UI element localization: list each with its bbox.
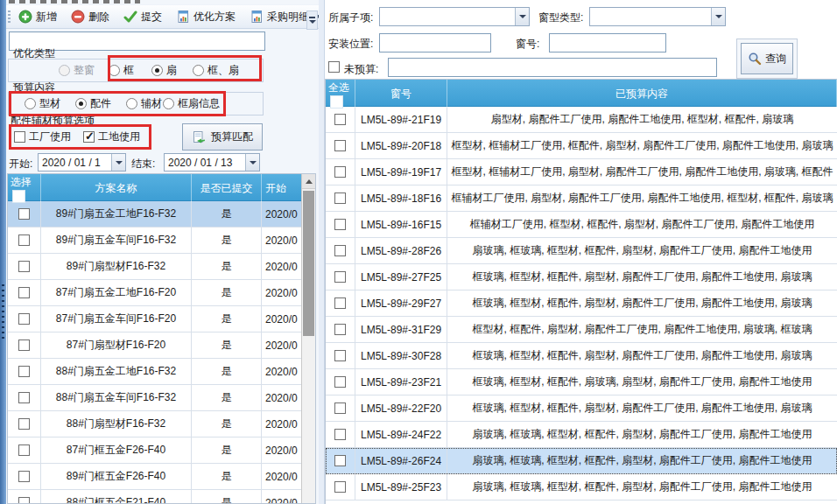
panel-divider[interactable] — [319, 0, 325, 504]
row-select-cell[interactable] — [8, 359, 41, 384]
toolbar-overflow-button[interactable] — [306, 10, 318, 30]
row-select-cell[interactable] — [326, 474, 355, 500]
checkbox-site-use[interactable]: 工地使用 — [83, 130, 140, 144]
row-select-cell[interactable] — [326, 290, 355, 316]
radio-icon[interactable] — [151, 65, 163, 76]
row-select-cell[interactable] — [326, 133, 355, 158]
row-checkbox[interactable] — [334, 271, 346, 283]
row-checkbox[interactable] — [334, 114, 346, 125]
collapsed-side-strip[interactable] — [0, 0, 6, 504]
table-row[interactable]: LM5L-89#-25F23 扇玻璃, 框玻璃, 框型材, 框配件, 扇型材, … — [326, 474, 837, 500]
row-select-cell[interactable] — [326, 186, 355, 211]
table-row[interactable]: LM5L-89#-26F24 扇玻璃, 框玻璃, 框型材, 框配件, 扇型材, … — [326, 448, 837, 474]
table-row[interactable]: LM5L-89#-23F21 框玻璃, 框型材, 框配件, 扇玻璃, 扇型材, … — [326, 369, 837, 396]
splitter-grip[interactable] — [2, 284, 4, 339]
row-select-cell[interactable] — [8, 438, 41, 463]
table-row[interactable]: 88#门扇型材F16-F32 是 2020/0 — [8, 411, 315, 438]
budget-match-button[interactable]: 预算匹配 — [182, 123, 263, 150]
table-row[interactable]: 89#门框五金F26-F40 是 2020/0 — [8, 464, 315, 490]
row-checkbox[interactable] — [334, 402, 346, 414]
row-checkbox[interactable] — [18, 287, 30, 298]
table-row[interactable]: LM5L-89#-27F25 框玻璃, 框型材, 框配件, 扇型材, 扇配件工厂… — [326, 264, 837, 290]
row-checkbox[interactable] — [334, 429, 346, 440]
radio-profile[interactable]: 型材 — [25, 96, 60, 111]
table-row[interactable]: 89#门扇五金车间F16-F32 是 2020/0 — [8, 228, 315, 254]
chevron-down-icon[interactable] — [711, 8, 725, 25]
row-select-cell[interactable] — [8, 464, 41, 489]
scroll-up-button[interactable] — [302, 174, 315, 189]
start-date-picker[interactable]: 2020 / 01 / 1 — [38, 153, 126, 172]
optimize-plan-button[interactable]: 优化方案 — [172, 8, 239, 26]
row-select-cell[interactable] — [326, 264, 355, 290]
row-checkbox[interactable] — [18, 444, 30, 456]
row-checkbox[interactable] — [18, 471, 30, 482]
row-checkbox[interactable] — [334, 455, 346, 466]
radio-icon[interactable] — [126, 98, 137, 109]
table-row[interactable]: LM5L-89#-31F29 框型材, 框配件, 扇型材, 扇配件工厂使用, 扇… — [326, 317, 837, 343]
row-checkbox[interactable] — [18, 392, 30, 403]
row-checkbox[interactable] — [334, 245, 346, 256]
chevron-down-icon[interactable] — [245, 154, 259, 171]
row-checkbox[interactable] — [18, 340, 30, 351]
toolbar-grip[interactable] — [8, 10, 11, 24]
row-checkbox[interactable] — [334, 140, 346, 151]
row-select-cell[interactable] — [326, 238, 355, 263]
radio-icon[interactable] — [109, 65, 120, 76]
row-select-cell[interactable] — [326, 422, 355, 447]
sub-item-dropdown[interactable] — [379, 7, 530, 26]
row-checkbox[interactable] — [334, 324, 346, 335]
row-checkbox[interactable] — [334, 298, 346, 309]
table-row[interactable]: LM5L-89#-24F22 扇玻璃, 框玻璃, 框型材, 框配件, 扇型材, … — [326, 422, 837, 448]
budgeted-column-header[interactable]: 已预算内容 — [447, 80, 837, 108]
row-select-cell[interactable] — [8, 280, 41, 305]
row-select-cell[interactable] — [8, 411, 41, 437]
row-checkbox[interactable] — [18, 418, 30, 430]
row-checkbox[interactable] — [18, 261, 30, 272]
end-date-picker[interactable]: 2020 / 01 / 13 — [164, 153, 260, 172]
row-select-cell[interactable] — [8, 332, 41, 358]
radio-icon[interactable] — [25, 98, 36, 109]
table-row[interactable]: LM5L-89#-19F17 框型材, 框辅材工厂使用, 扇型材, 扇配件工厂使… — [326, 159, 837, 186]
row-checkbox[interactable] — [334, 192, 346, 204]
row-select-cell[interactable] — [8, 306, 41, 332]
row-checkbox[interactable] — [334, 376, 346, 388]
checkbox-icon[interactable] — [14, 131, 25, 143]
window-type-dropdown[interactable] — [589, 7, 726, 26]
table-row[interactable]: LM5L-89#-29F27 框玻璃, 框型材, 框配件, 扇型材, 扇配件工厂… — [326, 290, 837, 317]
checkbox-factory-use[interactable]: 工厂使用 — [14, 130, 71, 144]
row-select-cell[interactable] — [326, 396, 355, 421]
query-button[interactable]: 查询 — [741, 43, 793, 74]
select-all-checkbox[interactable] — [331, 96, 342, 108]
row-checkbox[interactable] — [334, 350, 346, 361]
table-row[interactable]: 88#门框五金F21-F40 是 2020/0 — [8, 490, 315, 504]
checkbox-icon[interactable] — [83, 131, 95, 143]
radio-icon[interactable] — [75, 98, 87, 109]
row-checkbox[interactable] — [18, 366, 30, 377]
radio-icon[interactable] — [163, 98, 174, 109]
table-row[interactable]: 89#门扇型材F16-F32 是 2020/0 — [8, 254, 315, 280]
plan-name-column-header[interactable]: 方案名称 — [41, 174, 192, 202]
radio-frame[interactable]: 框 — [109, 63, 134, 78]
row-select-cell[interactable] — [8, 228, 41, 253]
table-row[interactable]: LM5L-89#-30F28 框玻璃, 框型材, 框配件, 扇型材, 扇配件工厂… — [326, 343, 837, 369]
vertical-scrollbar[interactable] — [301, 174, 315, 503]
new-button[interactable]: 新增 — [15, 8, 60, 26]
row-select-cell[interactable] — [326, 212, 355, 237]
table-row[interactable]: 87#门框五金F26-F40 是 2020/0 — [8, 438, 315, 464]
row-select-cell[interactable] — [326, 343, 355, 368]
chevron-down-icon[interactable] — [111, 154, 125, 171]
table-row[interactable]: LM5L-89#-28F26 扇玻璃, 框玻璃, 框型材, 框配件, 扇型材, … — [326, 238, 837, 264]
row-checkbox[interactable] — [18, 497, 30, 504]
radio-sash[interactable]: 扇 — [151, 63, 177, 78]
row-checkbox[interactable] — [334, 219, 346, 230]
radio-frame-sash[interactable]: 框、扇 — [193, 63, 239, 78]
row-select-cell[interactable] — [8, 201, 41, 227]
table-row[interactable]: LM5L-89#-20F18 框型材, 框辅材工厂使用, 框配件, 扇型材, 扇… — [326, 133, 837, 159]
select-all-checkbox[interactable] — [13, 191, 25, 202]
row-select-cell[interactable] — [326, 448, 355, 473]
unbudgeted-input[interactable] — [388, 58, 717, 77]
radio-frame-sash-info[interactable]: 框扇信息 — [163, 96, 220, 111]
table-row[interactable]: LM5L-89#-18F16 框辅材工厂使用, 扇型材, 扇配件工厂使用, 扇配… — [326, 186, 837, 212]
row-checkbox[interactable] — [18, 234, 30, 246]
delete-button[interactable]: 删除 — [67, 8, 113, 26]
